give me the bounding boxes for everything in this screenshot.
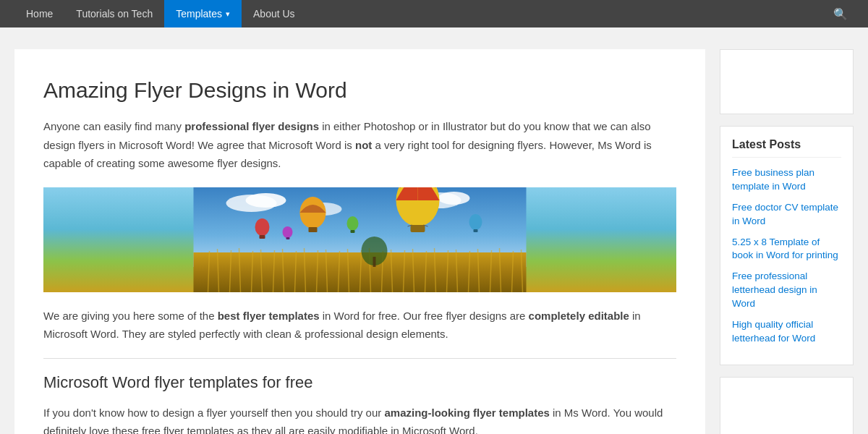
svg-point-36 [438,192,470,205]
body-paragraph-1: We are giving you here some of the best … [43,307,676,344]
search-icon[interactable]: 🔍 [827,7,854,21]
svg-rect-48 [474,229,478,232]
section-paragraph-1: If you don't know how to design a flyer … [43,404,676,435]
latest-post-2[interactable]: 5.25 x 8 Template of book in Word for pr… [732,236,841,263]
page-wrapper: Amazing Flyer Designs in Word Anyone can… [0,27,868,434]
svg-rect-50 [351,230,355,233]
svg-point-51 [283,226,293,238]
section-divider [43,358,676,359]
nav-items: Home Tutorials on Tech Templates ▾ About… [14,0,827,27]
svg-point-49 [347,216,359,231]
latest-post-1[interactable]: Free doctor CV template in Word [732,201,841,229]
section-title: Microsoft Word flyer templates for free [43,373,676,392]
nav-tutorials[interactable]: Tutorials on Tech [64,0,164,27]
intro-paragraph: Anyone can easily find many professional… [43,117,676,173]
svg-rect-46 [260,235,265,239]
main-content: Amazing Flyer Designs in Word Anyone can… [14,49,705,434]
svg-rect-44 [309,227,318,232]
latest-post-0[interactable]: Free business plan template in Word [732,166,841,194]
nav-templates[interactable]: Templates ▾ [164,0,242,27]
page-title: Amazing Flyer Designs in Word [43,78,676,103]
nav-home[interactable]: Home [14,0,64,27]
hero-image [43,187,676,292]
latest-post-4[interactable]: High quality official letterhead for Wor… [732,318,841,346]
svg-rect-40 [411,225,425,232]
svg-point-33 [246,193,286,208]
svg-point-45 [255,218,270,236]
latest-posts-title: Latest Posts [732,138,841,158]
hero-svg [43,187,676,292]
sidebar: Latest Posts Free business plan template… [720,49,854,434]
latest-posts-widget: Latest Posts Free business plan template… [720,126,854,365]
latest-post-3[interactable]: Free professional letterhead design in W… [732,270,841,311]
nav-about[interactable]: About Us [242,0,307,27]
svg-point-47 [469,214,482,230]
navigation: Home Tutorials on Tech Templates ▾ About… [0,0,868,27]
svg-rect-38 [373,257,376,267]
sidebar-ad-top [720,49,854,114]
chevron-down-icon: ▾ [226,9,230,19]
sidebar-ad-mid [720,377,854,434]
svg-rect-52 [286,237,290,239]
